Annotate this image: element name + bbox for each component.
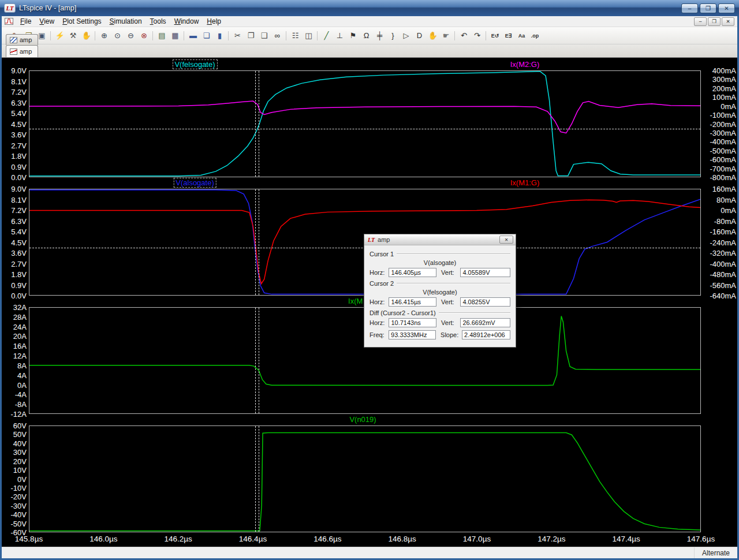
- left-axis-pane-4[interactable]: 60V50V40V30V20V10V0V-10V-20V-30V-40V-50V…: [2, 425, 27, 532]
- spice-directive-icon[interactable]: .op: [528, 29, 542, 42]
- diff-vert-field[interactable]: 26.6692mV: [460, 318, 510, 327]
- cursor2-horz-field[interactable]: 146.415µs: [389, 297, 436, 307]
- tab-bar: ampamp: [2, 44, 737, 58]
- toolbar-separator: [182, 29, 186, 42]
- drag-icon[interactable]: ☛: [439, 29, 453, 42]
- y-axis-label: 50V: [2, 431, 27, 438]
- waveform-doc-icon[interactable]: [5, 18, 13, 25]
- menu-file[interactable]: File: [16, 17, 35, 26]
- y-axis-label: 0.0V: [2, 174, 27, 181]
- left-axis-pane-2[interactable]: 9.0V8.1V7.2V6.3V5.4V4.5V3.6V2.7V1.8V0.9V…: [2, 189, 27, 296]
- trace-label-IxM[interactable]: Ix(M: [346, 297, 364, 305]
- cursor2-vert-field[interactable]: 4.08255V: [460, 297, 510, 307]
- group-divider: [439, 312, 510, 313]
- capacitor-icon[interactable]: ╪: [373, 29, 386, 42]
- text-icon[interactable]: Aa: [515, 29, 528, 42]
- diff-horz-field[interactable]: 10.7143ns: [389, 318, 436, 327]
- component-icon[interactable]: D: [413, 29, 426, 42]
- run-icon[interactable]: ⚡: [53, 29, 66, 42]
- diode-icon[interactable]: ▷: [400, 29, 413, 42]
- zoom-in-icon[interactable]: ⊕: [98, 29, 111, 42]
- waveform-pane-icon[interactable]: ▤: [155, 29, 169, 42]
- wire-icon[interactable]: ╱: [320, 29, 333, 42]
- tab-schematic-amp[interactable]: amp: [6, 34, 38, 45]
- cursor-1-vline[interactable]: [255, 189, 256, 295]
- waveform-pane-4[interactable]: [29, 425, 701, 532]
- inductor-icon[interactable]: }: [386, 29, 400, 42]
- mirror-icon[interactable]: E∃: [502, 29, 515, 42]
- cursor-window[interactable]: LT amp ✕ Cursor 1 V(alsogate) Horz: 146.…: [364, 234, 516, 348]
- menu-tools[interactable]: Tools: [146, 17, 170, 26]
- diff-group-header: Diff (Cursor2 - Cursor1): [370, 309, 510, 316]
- print-icon[interactable]: ☷: [289, 29, 302, 42]
- resistor-icon[interactable]: Ω: [360, 29, 373, 42]
- label-net-icon[interactable]: ⚑: [346, 29, 360, 42]
- cursor-2-vline[interactable]: [259, 189, 259, 295]
- close-button[interactable]: ✕: [718, 3, 735, 13]
- ground-icon[interactable]: ⊥: [333, 29, 346, 42]
- menu-view[interactable]: View: [35, 17, 58, 26]
- control-panel-icon[interactable]: ⚒: [66, 29, 80, 42]
- trace-titles-pane-4: V(n019): [29, 415, 701, 424]
- cursor-window-close-button[interactable]: ✕: [499, 236, 513, 244]
- rotate-icon[interactable]: E↺: [488, 29, 502, 42]
- cursor1-values-row: Horz: 146.405µs Vert: 4.05589V: [370, 268, 510, 277]
- mdi-minimize-button[interactable]: –: [694, 17, 707, 26]
- halt-icon[interactable]: ✋: [80, 29, 93, 42]
- move-icon[interactable]: ✋: [426, 29, 439, 42]
- x-axis[interactable]: 145.8µs146.0µs146.2µs146.4µs146.6µs146.8…: [2, 535, 737, 545]
- tile-horizontal-icon[interactable]: ▬: [186, 29, 200, 42]
- x-axis-label: 146.8µs: [389, 535, 416, 543]
- tab-waveform-amp[interactable]: amp: [6, 45, 38, 57]
- zoom-full-extents-icon[interactable]: ⊗: [137, 29, 151, 42]
- print-preview-icon[interactable]: ◫: [302, 29, 315, 42]
- grid-icon[interactable]: ▦: [169, 29, 182, 42]
- zoom-out-icon[interactable]: ⊖: [124, 29, 137, 42]
- left-axis-pane-3[interactable]: 32A28A24A20A16A12A8A4A0A-4A-8A-12A: [2, 307, 27, 414]
- copy-icon[interactable]: ❐: [244, 29, 257, 42]
- trace-label-Vn019[interactable]: V(n019): [348, 415, 378, 424]
- right-axis-pane-1[interactable]: 400mA300mA200mA100mA0mA-100mA-200mA-300m…: [704, 70, 736, 177]
- trace-label-IxM1G[interactable]: Ix(M1:G): [509, 178, 542, 187]
- find-icon[interactable]: ∞: [271, 29, 284, 42]
- y-axis-label: 2.7V: [2, 260, 27, 267]
- zoom-back-icon[interactable]: ⊙: [111, 29, 124, 42]
- horz-label: Horz:: [370, 319, 389, 326]
- cursor-1-vline[interactable]: [255, 426, 256, 532]
- restore-button[interactable]: ❐: [700, 3, 716, 13]
- tile-vertical-icon[interactable]: ▮: [213, 29, 226, 42]
- slope-field[interactable]: 2.48912e+006: [462, 330, 510, 339]
- cursor-2-vline[interactable]: [259, 426, 259, 532]
- freq-field[interactable]: 93.3333MHz: [389, 330, 436, 339]
- redo-icon[interactable]: ↷: [471, 29, 484, 42]
- menu-bar: FileViewPlot SettingsSimulationToolsWind…: [2, 16, 737, 27]
- right-axis-pane-2[interactable]: 160mA80mA0mA-80mA-160mA-240mA-320mA-400m…: [704, 189, 736, 296]
- minimize-button[interactable]: –: [681, 3, 698, 13]
- cut-icon[interactable]: ✂: [231, 29, 244, 42]
- trace-label-Vfelsogate[interactable]: V(felsogate): [173, 60, 217, 69]
- trace-label-Valsogate[interactable]: V(alsogate): [174, 178, 215, 187]
- menu-help[interactable]: Help: [203, 17, 225, 26]
- y-axis-label: 12A: [2, 352, 27, 360]
- left-axis-pane-1[interactable]: 9.0V8.1V7.2V6.3V5.4V4.5V3.6V2.7V1.8V0.9V…: [2, 70, 27, 177]
- menu-window[interactable]: Window: [170, 17, 203, 26]
- y-axis-label: 80mA: [704, 196, 736, 203]
- trace-label-IxM2G[interactable]: Ix(M2:G): [509, 60, 542, 69]
- cursor-1-vline[interactable]: [255, 71, 256, 177]
- cursor1-vert-field[interactable]: 4.05589V: [460, 268, 510, 277]
- cursor1-horz-field[interactable]: 146.405µs: [389, 268, 436, 277]
- cursor-window-titlebar[interactable]: LT amp ✕: [364, 234, 516, 245]
- undo-icon[interactable]: ↶: [457, 29, 471, 42]
- paste-icon[interactable]: ❑: [257, 29, 271, 42]
- menu-plot-settings[interactable]: Plot Settings: [58, 17, 105, 26]
- cursor-1-vline[interactable]: [255, 308, 256, 413]
- cursor-2-vline[interactable]: [259, 308, 259, 413]
- cascade-windows-icon[interactable]: ❏: [200, 29, 213, 42]
- mdi-close-button[interactable]: ✕: [722, 17, 734, 26]
- waveform-pane-1[interactable]: [29, 70, 701, 177]
- title-bar: LT LTspice IV - [amp] –❐✕: [0, 0, 739, 16]
- cursor-2-vline[interactable]: [259, 71, 259, 177]
- menu-simulation[interactable]: Simulation: [106, 17, 146, 26]
- cursor-hline-pane-1[interactable]: [29, 129, 700, 129]
- mdi-restore-button[interactable]: ❐: [708, 17, 721, 26]
